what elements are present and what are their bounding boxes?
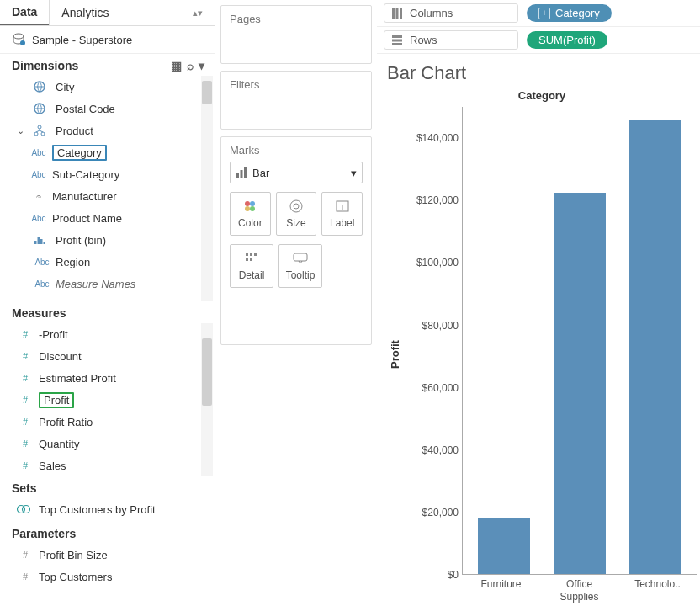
marks-label: Marks — [230, 144, 363, 157]
svg-rect-30 — [392, 8, 395, 19]
dimension-item[interactable]: AbcProduct Name — [0, 207, 215, 229]
columns-label: Columns — [410, 7, 453, 19]
svg-rect-10 — [44, 242, 45, 244]
svg-text:T: T — [340, 203, 345, 211]
measure-item[interactable]: #Discount — [0, 345, 215, 367]
columns-shelf[interactable]: Columns + Category — [377, 0, 700, 27]
marks-label-label: Label — [330, 217, 354, 229]
hash-icon: # — [17, 571, 34, 582]
measure-item[interactable]: #-Profit — [0, 323, 215, 345]
menu-icon[interactable]: ▾ — [199, 59, 204, 72]
dimension-item[interactable]: City — [0, 76, 215, 98]
bar[interactable] — [629, 120, 681, 574]
scrollbar[interactable] — [201, 76, 213, 301]
mark-type-select[interactable]: Bar ▾ — [230, 162, 363, 183]
rows-label: Rows — [410, 34, 438, 46]
set-item[interactable]: Top Customers by Profit — [0, 498, 215, 520]
svg-rect-34 — [392, 39, 402, 41]
field-label: Discount — [39, 350, 82, 363]
field-label: Quantity — [39, 438, 79, 450]
field-label: Estimated Profit — [39, 372, 116, 385]
field-label: Measure Names — [56, 278, 135, 290]
chart-title[interactable]: Bar Chart — [387, 62, 697, 84]
param-item[interactable]: # Top Customers — [0, 566, 215, 587]
tab-data[interactable]: Data — [0, 0, 49, 25]
dimension-item[interactable]: AbcMeasure Names — [0, 273, 215, 295]
marks-detail[interactable]: Detail — [230, 244, 273, 288]
columns-icon — [391, 8, 403, 19]
scrollbar[interactable] — [201, 323, 213, 476]
field-label: Postal Code — [56, 103, 115, 115]
scroll-thumb[interactable] — [202, 81, 212, 104]
marks-color[interactable]: Color — [230, 192, 271, 236]
set-label: Top Customers by Profit — [39, 503, 156, 516]
rows-shelf[interactable]: Rows SUM(Profit) — [377, 27, 700, 54]
svg-point-17 — [250, 201, 255, 206]
marks-tooltip[interactable]: Tooltip — [278, 244, 322, 288]
plot-area[interactable] — [462, 107, 697, 575]
param-item[interactable]: # Profit Bin Size — [0, 544, 215, 566]
hash-icon: # — [17, 351, 34, 361]
hash-icon: # — [17, 460, 34, 470]
svg-rect-32 — [400, 8, 402, 19]
sets-title: Sets — [12, 481, 37, 495]
columns-pill-category[interactable]: + Category — [527, 4, 612, 22]
bar[interactable] — [554, 193, 606, 574]
svg-rect-33 — [392, 35, 402, 38]
dimension-item[interactable]: AbcSub-Category — [0, 163, 215, 185]
field-label: Sub-Category — [52, 168, 119, 181]
dimension-item[interactable]: AbcRegion — [0, 251, 215, 273]
svg-point-0 — [13, 34, 24, 39]
panel-tabs: Data Analytics ▴▾ — [0, 0, 215, 26]
tab-analytics[interactable]: Analytics ▴▾ — [49, 0, 215, 25]
svg-rect-15 — [244, 167, 247, 178]
bar-glyph-icon — [236, 167, 247, 178]
marks-label[interactable]: T Label — [321, 192, 363, 236]
search-icon[interactable]: ⌕ — [187, 59, 194, 72]
rows-pill-profit[interactable]: SUM(Profit) — [527, 31, 607, 49]
measure-item[interactable]: #Estimated Profit — [0, 367, 215, 389]
y-tick: $40,000 — [422, 444, 459, 456]
updown-icon: ▴▾ — [193, 8, 203, 19]
field-label: Category — [52, 145, 107, 161]
shelves-panel: Pages Filters Marks Bar ▾ — [215, 0, 377, 606]
dimension-item[interactable]: Profit (bin) — [0, 229, 215, 251]
y-tick: $120,000 — [416, 194, 459, 206]
dimension-item[interactable]: 𝄐Manufacturer — [0, 185, 215, 207]
svg-rect-35 — [392, 43, 402, 45]
measure-item[interactable]: #Profit — [0, 389, 215, 411]
hash-icon: # — [17, 417, 34, 427]
filters-shelf[interactable]: Filters — [220, 71, 372, 130]
pages-label: Pages — [230, 13, 363, 25]
parameters-header: Parameters — [0, 522, 215, 544]
dimension-item[interactable]: AbcCategory — [0, 141, 215, 163]
pages-shelf[interactable]: Pages — [220, 5, 372, 64]
rows-icon — [391, 35, 403, 46]
expand-toggle[interactable]: ⌄ — [17, 125, 29, 136]
label-icon: T — [336, 199, 349, 214]
datasource-row[interactable]: Sample - Superstore — [0, 26, 215, 54]
dimension-item[interactable]: Postal Code — [0, 98, 215, 120]
bar[interactable] — [478, 518, 530, 575]
dimension-item[interactable]: ⌄Product — [0, 120, 215, 141]
pill-label: Category — [555, 7, 600, 19]
field-label: Profit Ratio — [39, 416, 93, 428]
field-label: Product Name — [52, 212, 122, 225]
scroll-thumb[interactable] — [202, 338, 212, 406]
chart: Bar Chart Category Profit $0$20,000$40,0… — [377, 54, 700, 606]
field-icon: Abc — [30, 147, 47, 157]
y-tick: $140,000 — [416, 132, 459, 144]
filters-label: Filters — [230, 78, 363, 91]
svg-rect-27 — [246, 258, 248, 261]
svg-rect-8 — [38, 237, 40, 244]
expand-icon: + — [538, 8, 550, 19]
chevron-down-icon: ▾ — [351, 167, 357, 179]
view-grid-icon[interactable]: ▦ — [171, 59, 182, 72]
measure-item[interactable]: #Quantity — [0, 433, 215, 454]
x-tick: Technolo.. — [618, 575, 697, 603]
set-icon — [17, 504, 34, 514]
measure-item[interactable]: #Profit Ratio — [0, 411, 215, 433]
measure-item[interactable]: #Sales — [0, 454, 215, 476]
hash-icon: # — [17, 550, 34, 560]
marks-size[interactable]: Size — [276, 192, 317, 236]
